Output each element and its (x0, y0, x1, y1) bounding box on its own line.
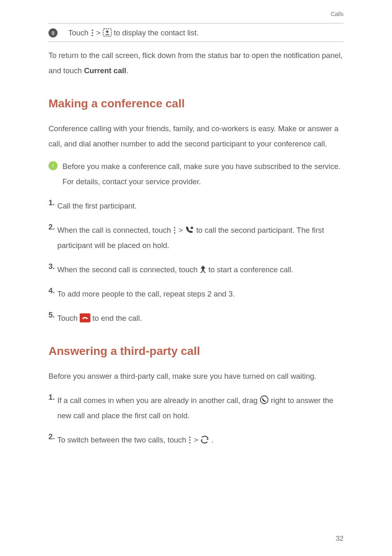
text: When the call is connected, touch (57, 226, 173, 234)
text: > (194, 436, 200, 444)
step-number: 2. (48, 222, 55, 253)
step-badge-8: 8 (48, 28, 58, 37)
svg-rect-5 (174, 227, 175, 228)
heading-conference-call: Making a conference call (48, 97, 344, 110)
svg-rect-13 (189, 440, 191, 441)
heading-third-party: Answering a third-party call (48, 345, 344, 358)
text: If a call comes in when you are already … (57, 396, 260, 405)
return-paragraph: To return to the call screen, flick down… (48, 48, 344, 78)
step-number: 1. (48, 393, 55, 423)
kebab-menu-icon (188, 436, 191, 444)
info-text: Before you make a conference call, make … (62, 159, 344, 189)
conference-intro: Conference calling with your friends, fa… (48, 121, 344, 151)
add-call-icon (185, 226, 194, 234)
step-1: 1. Call the first participant. (48, 198, 344, 213)
step-number: 4. (48, 286, 55, 301)
swap-calls-icon (200, 436, 209, 444)
svg-rect-1 (92, 32, 93, 34)
text: > (96, 28, 103, 37)
svg-rect-2 (92, 35, 93, 36)
svg-rect-6 (174, 230, 175, 231)
step-text: Call the first participant. (57, 198, 344, 213)
step-3: 3. When the second call is connected, to… (48, 262, 344, 277)
third-party-intro: Before you answer a third-party call, ma… (48, 368, 344, 384)
text: to display the contact list. (114, 28, 199, 37)
svg-point-11 (261, 396, 268, 404)
merge-calls-icon (200, 265, 206, 273)
step-text: When the call is connected, touch > to c… (57, 222, 344, 253)
text: Touch (68, 28, 91, 37)
kebab-menu-icon (173, 227, 176, 234)
contact-card-icon (103, 28, 112, 37)
svg-rect-0 (92, 30, 93, 31)
page-content: 8 Touch > to display the contact list. T… (0, 0, 392, 447)
step-number: 3. (48, 262, 55, 277)
text: Touch (57, 314, 80, 322)
step-number: 1. (48, 198, 55, 213)
current-call-label: Current call (84, 66, 126, 75)
text: . (211, 436, 213, 444)
text: To return to the call screen, flick down… (48, 51, 284, 60)
step-text: To add more people to the call, repeat s… (57, 286, 344, 301)
step-5: 5. Touch to end the call. (48, 310, 344, 326)
section-header: Calls (331, 11, 344, 17)
step-2: 2. When the call is connected, touch > t… (48, 222, 344, 253)
divider (48, 23, 344, 23)
item-8-row: 8 Touch > to display the contact list. (48, 27, 344, 38)
text: to start a conference call. (208, 265, 293, 274)
step-text: Touch to end the call. (57, 310, 344, 326)
step-4: 4. To add more people to the call, repea… (48, 286, 344, 301)
text: to end the call. (92, 314, 142, 322)
tp-step-2: 2. To switch between the two calls, touc… (48, 432, 344, 447)
svg-point-4 (106, 30, 108, 33)
page-number: 32 (336, 535, 344, 543)
info-icon: i (48, 161, 58, 170)
item-8-text: Touch > to display the contact list. (68, 28, 198, 37)
svg-rect-12 (189, 437, 191, 438)
text: . (126, 66, 128, 75)
text: To switch between the two calls, touch (57, 436, 188, 444)
step-number: 2. (48, 432, 55, 447)
info-callout: i Before you make a conference call, mak… (48, 159, 344, 189)
divider (48, 42, 344, 42)
step-text: To switch between the two calls, touch >… (57, 432, 344, 447)
step-number: 5. (48, 310, 55, 326)
kebab-menu-icon (91, 29, 94, 37)
text: > (178, 226, 185, 234)
step-text: When the second call is connected, touch… (57, 262, 344, 277)
svg-rect-14 (189, 442, 191, 443)
tp-step-1: 1. If a call comes in when you are alrea… (48, 393, 344, 423)
svg-rect-7 (174, 232, 175, 234)
text: When the second call is connected, touch (57, 265, 200, 274)
end-call-icon (80, 313, 90, 322)
step-text: If a call comes in when you are already … (57, 393, 344, 423)
answer-ring-icon (260, 395, 269, 404)
